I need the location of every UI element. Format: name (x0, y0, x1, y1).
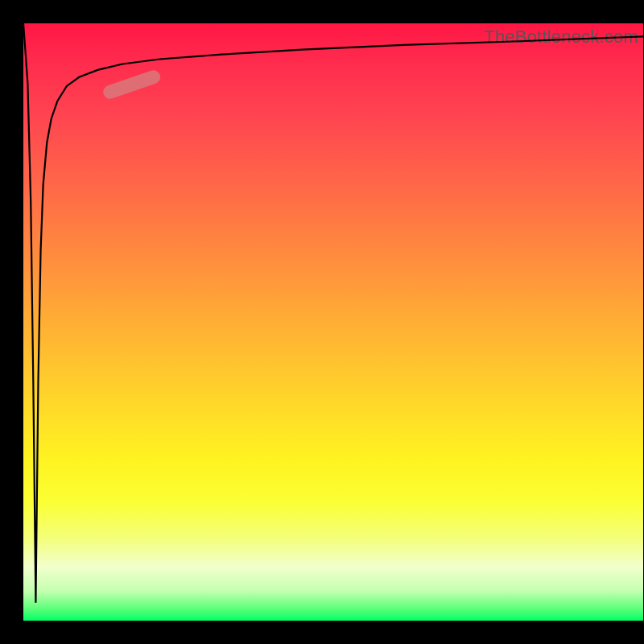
plot-area: TheBottleneck.com (23, 23, 643, 621)
bottleneck-curve (23, 23, 643, 603)
curve-layer (23, 23, 643, 621)
curve-marker (110, 77, 154, 93)
chart-frame: TheBottleneck.com (0, 0, 644, 644)
